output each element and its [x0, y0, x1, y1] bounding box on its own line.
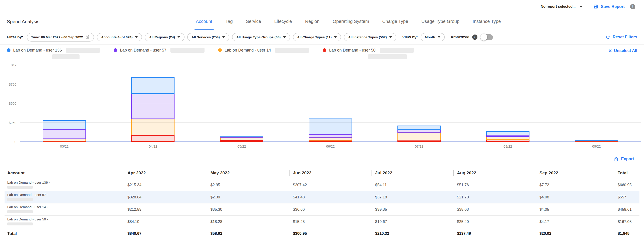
refresh-icon: [605, 35, 610, 40]
x-axis-label-09-22: 09/22: [592, 144, 601, 148]
filter-pill-all-services[interactable]: All Services (254): [187, 33, 229, 41]
cell-may-2022: $2.95: [207, 179, 289, 191]
legend-item-lab-on-demand-user-14[interactable]: Lab on Demand - user 14: [218, 48, 309, 53]
bar-08-22-lab-on-demand-user-14[interactable]: [486, 137, 530, 140]
info-icon[interactable]: i: [630, 4, 635, 9]
reset-filters-button[interactable]: Reset Filters: [605, 35, 637, 40]
cell-aug-2022: $25.40: [453, 216, 536, 228]
tab-service[interactable]: Service: [246, 13, 261, 30]
report-selector-label: No report selected...: [540, 4, 576, 9]
gridline-1k: [20, 65, 641, 65]
column-header-may-2022: May 2022: [207, 167, 289, 179]
legend-item-line: Lab on Demand - user 14: [218, 48, 309, 53]
filter-pill-all-charge-types[interactable]: All Charge Types (11): [293, 33, 341, 41]
table-row-lab-on-demand-user-50[interactable]: Lab on Demand - user 50 -$84.10$18.28$15…: [4, 216, 640, 228]
amortized-info-icon[interactable]: i: [472, 34, 478, 40]
filter-pill-all-usage-type-groups[interactable]: All Usage Type Groups (68): [232, 33, 290, 41]
bar-06-22-lab-on-demand-user-136[interactable]: [309, 119, 352, 134]
tab-usage-type-group[interactable]: Usage Type Group: [421, 13, 460, 30]
view-by-select[interactable]: Month: [420, 33, 445, 41]
table-row-lab-on-demand-user-57[interactable]: Lab on Demand - user 57 -$328.64$2.39$41…: [4, 191, 640, 203]
x-axis-label-07-22: 07/22: [415, 144, 424, 148]
export-row: Export: [0, 151, 644, 167]
filter-pill-label: Accounts 4 (of 674): [101, 35, 132, 39]
cell-apr-2022: $212.59: [124, 203, 207, 216]
tab-operating-system[interactable]: Operating System: [333, 13, 369, 30]
bar-04-22-lab-on-demand-user-136[interactable]: [131, 77, 174, 94]
legend-dot-icon: [7, 48, 10, 52]
filter-pill-accounts-4[interactable]: Accounts 4 (of 674): [97, 33, 142, 41]
row-spacer: [67, 179, 124, 191]
account-cell: Lab on Demand - user 57 -: [4, 191, 67, 203]
legend-item-line: Lab on Demand - user 136: [7, 48, 100, 53]
view-by-label: View by:: [402, 35, 418, 39]
y-axis-label-250: $250: [9, 121, 16, 124]
bar-04-22-lab-on-demand-user-14[interactable]: [131, 119, 174, 135]
bar-07-22-lab-on-demand-user-136[interactable]: [398, 126, 440, 130]
table-row-lab-on-demand-user-136[interactable]: Lab on Demand - user 136 -$215.34$2.95$2…: [4, 179, 640, 191]
x-axis-label-06-22: 06/22: [326, 144, 335, 148]
total-cell-total: $1,845: [614, 228, 640, 239]
filter-pills: Time: 06 Mar 2022 - 06 Sep 2022Accounts …: [27, 33, 396, 41]
tab-region[interactable]: Region: [305, 13, 320, 30]
legend-item-label: Lab on Demand - user 14: [224, 48, 271, 53]
cell-apr-2022: $328.64: [124, 191, 207, 203]
column-header-account: Account: [4, 167, 67, 179]
tab-tag[interactable]: Tag: [226, 13, 233, 30]
redacted-text: [170, 48, 204, 53]
filter-pill-all-regions[interactable]: All Regions (24): [145, 33, 184, 41]
bar-07-22-lab-on-demand-user-14[interactable]: [398, 133, 440, 140]
export-button[interactable]: Export: [614, 157, 634, 161]
bar-08-22-lab-on-demand-user-50[interactable]: [486, 140, 530, 142]
save-report-label: Save Report: [601, 4, 625, 9]
bar-07-22-lab-on-demand-user-57[interactable]: [398, 130, 440, 133]
bar-03-22-lab-on-demand-user-14[interactable]: [43, 139, 86, 141]
tab-instance-type[interactable]: Instance Type: [473, 13, 501, 30]
filter-pill-label: All Usage Type Groups (68): [236, 35, 281, 39]
filter-pill-time-06-mar-2022-06-sep-2022[interactable]: Time: 06 Mar 2022 - 06 Sep 2022: [27, 33, 94, 41]
tab-lifecycle[interactable]: Lifecycle: [274, 13, 292, 30]
cell-jul-2022: $54.11: [372, 179, 453, 191]
tab-charge-type[interactable]: Charge Type: [382, 13, 408, 30]
amortized-toggle[interactable]: [480, 34, 493, 40]
bar-03-22-lab-on-demand-user-136[interactable]: [43, 120, 86, 129]
legend-dot-icon: [323, 48, 326, 52]
redacted-text: [368, 54, 407, 59]
bar-09-22-lab-on-demand-user-136[interactable]: [575, 140, 618, 141]
report-selector[interactable]: No report selected...: [540, 4, 583, 9]
bar-07-22-lab-on-demand-user-50[interactable]: [398, 140, 440, 142]
bar-03-22-lab-on-demand-user-57[interactable]: [43, 129, 86, 139]
chevron-down-icon: [283, 36, 286, 38]
bar-06-22-lab-on-demand-user-14[interactable]: [309, 138, 352, 140]
bar-05-22-lab-on-demand-user-14[interactable]: [220, 138, 263, 140]
filter-pill-all-instance-types[interactable]: All Instance Types (507): [344, 33, 396, 41]
legend-item-lab-on-demand-user-50[interactable]: Lab on Demand - user 50: [323, 48, 414, 59]
bar-08-22-lab-on-demand-user-57[interactable]: [486, 135, 530, 137]
y-axis-label-750: $750: [9, 82, 16, 86]
filter-bar: Filter by: Time: 06 Mar 2022 - 06 Sep 20…: [0, 30, 644, 44]
bar-08-22-lab-on-demand-user-136[interactable]: [486, 131, 530, 135]
bar-06-22-lab-on-demand-user-57[interactable]: [309, 134, 352, 138]
export-label: Export: [621, 157, 634, 161]
chevron-down-icon: [389, 36, 392, 38]
column-header-aug-2022: Aug 2022: [453, 167, 536, 179]
chart-plot: $1k$750$500$2500: [20, 65, 641, 142]
total-cell-sep-2022: $20.02: [536, 228, 614, 239]
cell-jun-2022: $15.45: [289, 216, 372, 228]
unselect-all-button[interactable]: ✕ Unselect All: [608, 48, 637, 53]
bar-05-22-lab-on-demand-user-136[interactable]: [220, 136, 263, 137]
save-report-button[interactable]: Save Report: [593, 4, 625, 9]
toggle-knob: [480, 34, 487, 41]
cell-jul-2022: $19.67: [372, 216, 453, 228]
bar-04-22-lab-on-demand-user-50[interactable]: [131, 135, 174, 142]
legend-item-lab-on-demand-user-136[interactable]: Lab on Demand - user 136: [7, 48, 100, 59]
redacted-text: [52, 54, 80, 59]
legend-item-label: Lab on Demand - user 50: [329, 48, 376, 53]
top-bar: No report selected... Save Report i: [0, 0, 644, 13]
tab-account[interactable]: Account: [196, 13, 212, 30]
legend-item-lab-on-demand-user-57[interactable]: Lab on Demand - user 57: [114, 48, 204, 53]
bar-04-22-lab-on-demand-user-57[interactable]: [131, 94, 174, 119]
table-row-lab-on-demand-user-14[interactable]: Lab on Demand - user 14 -$212.59$35.30$3…: [4, 203, 640, 216]
spend-analysis-page: No report selected... Save Report i Spen…: [0, 0, 644, 247]
total-label: Total: [4, 228, 67, 239]
